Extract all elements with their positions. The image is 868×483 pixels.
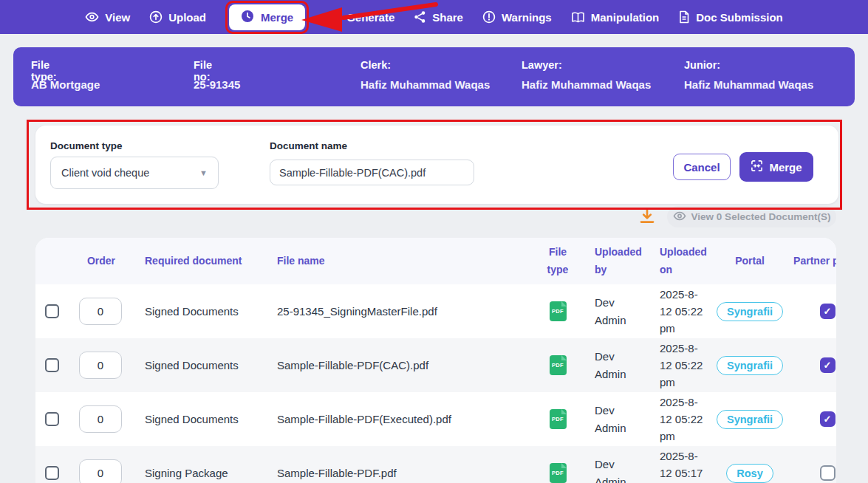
row-select-checkbox[interactable]: [45, 304, 59, 318]
pdf-file-icon: PDF: [550, 355, 567, 375]
top-navbar: View Upload Merge Generate Share Warning…: [0, 0, 868, 34]
merge-button-label: Merge: [769, 161, 802, 174]
upload-icon: [149, 10, 163, 24]
document-type-label: Document type: [50, 140, 123, 151]
uploaded-by-cell: Dev Admin: [595, 348, 640, 383]
required-document-cell: Signed Documents: [134, 305, 267, 318]
required-document-cell: Signed Documents: [134, 413, 267, 425]
info-label: Clerk:: [360, 59, 391, 71]
required-document-cell: Signed Documents: [134, 359, 267, 371]
file-name-cell: Sample-Fillable-PDF.pdf: [267, 467, 539, 479]
info-value: 25-91345: [194, 78, 240, 91]
generate-icon: [328, 11, 341, 24]
file-name-cell: Sample-Fillable-PDF(CAC).pdf: [267, 359, 539, 371]
file-info-bar: File type: AB Mortgage File no: 25-91345…: [13, 47, 855, 106]
pdf-file-icon: PDF: [550, 301, 567, 321]
table-header-row: Order Required document File name File t…: [35, 238, 836, 284]
file-name-cell: 25-91345_SigningMasterFile.pdf: [267, 305, 539, 318]
eye-icon: [673, 210, 686, 224]
header-uploaded-by: Uploaded by: [576, 244, 646, 279]
uploaded-by-cell: Dev Admin: [595, 294, 640, 329]
nav-item-share[interactable]: Share: [414, 10, 463, 24]
book-icon: [571, 11, 585, 24]
nav-item-doc-submission[interactable]: Doc Submission: [678, 10, 783, 24]
nav-item-label: Doc Submission: [696, 11, 783, 24]
info-value: Hafiz Muhammad Waqas: [684, 78, 813, 91]
nav-item-label: Merge: [261, 11, 293, 24]
document-name-input[interactable]: Sample-Fillable-PDF(CAC).pdf: [270, 160, 474, 185]
file-name-cell: Sample-Fillable-PDF(Executed).pdf: [267, 413, 539, 425]
nav-item-generate[interactable]: Generate: [328, 11, 394, 24]
header-required-document: Required document: [134, 253, 267, 270]
info-value: Hafiz Muhammad Waqas: [522, 78, 651, 91]
header-uploaded-on: Uploaded on: [646, 244, 713, 279]
table-row: Signed Documents Sample-Fillable-PDF(Exe…: [35, 392, 836, 446]
document-name-value: Sample-Fillable-PDF(CAC).pdf: [279, 167, 426, 179]
merge-form: Document type Client void cheque ▼ Docum…: [35, 126, 838, 204]
nav-item-merge[interactable]: Merge: [229, 4, 305, 30]
document-type-value: Client void cheque: [61, 167, 149, 179]
documents-table: Order Required document File name File t…: [35, 238, 836, 483]
nav-item-label: Manipulation: [591, 11, 660, 24]
nav-item-upload[interactable]: Upload: [149, 10, 206, 24]
uploaded-on-cell: 2025-8-12 05:22 pm: [660, 286, 707, 338]
chevron-down-icon: ▼: [199, 168, 208, 177]
order-input[interactable]: [79, 405, 122, 433]
order-input[interactable]: [79, 459, 122, 483]
nav-item-label: Upload: [168, 11, 206, 24]
nav-item-label: Warnings: [502, 11, 552, 24]
order-input[interactable]: [79, 298, 122, 325]
nav-item-warnings[interactable]: Warnings: [482, 10, 552, 24]
clock-icon: [241, 10, 254, 25]
uploaded-by-cell: Dev Admin: [595, 402, 640, 436]
table-row: Signed Documents 25-91345_SigningMasterF…: [35, 284, 836, 338]
uploaded-on-cell: 2025-8-12 05:22 pm: [660, 394, 707, 445]
header-portal: Portal: [713, 253, 787, 270]
merge-annotation-box: Merge: [225, 1, 309, 34]
merge-icon: [751, 160, 763, 174]
partner-portal-checkbox[interactable]: [820, 304, 835, 319]
doc-icon: [678, 10, 690, 24]
cancel-button[interactable]: Cancel: [673, 154, 731, 180]
portal-badge[interactable]: Rosy: [726, 464, 773, 483]
uploaded-on-cell: 2025-8-12 05:17 pm: [660, 448, 707, 483]
order-input[interactable]: [79, 352, 122, 379]
nav-item-label: Share: [432, 11, 463, 24]
document-type-select[interactable]: Client void cheque ▼: [50, 157, 219, 189]
share-icon: [414, 10, 426, 24]
partner-portal-checkbox[interactable]: [820, 465, 835, 481]
document-name-label: Document name: [270, 140, 347, 151]
header-file-type: File type: [539, 244, 576, 279]
download-icon[interactable]: [638, 208, 657, 227]
info-label: Junior:: [684, 59, 720, 71]
required-document-cell: Signing Package: [134, 467, 267, 479]
row-select-checkbox[interactable]: [45, 466, 59, 480]
info-value: AB Mortgage: [31, 78, 100, 91]
merge-button[interactable]: Merge: [739, 152, 813, 182]
page: View Upload Merge Generate Share Warning…: [0, 0, 868, 483]
info-value: Hafiz Muhammad Waqas: [360, 78, 490, 91]
uploaded-on-cell: 2025-8-12 05:22 pm: [660, 340, 707, 391]
nav-item-label: View: [105, 11, 130, 24]
view-selected-label: View 0 Selected Document(S): [691, 211, 831, 222]
nav-item-view[interactable]: View: [85, 11, 130, 24]
partner-portal-checkbox[interactable]: [820, 411, 835, 427]
portal-badge[interactable]: Syngrafii: [717, 302, 783, 321]
eye-icon: [85, 11, 99, 23]
view-selected-documents-button[interactable]: View 0 Selected Document(S): [667, 206, 836, 227]
pdf-file-icon: PDF: [550, 409, 567, 429]
portal-badge[interactable]: Syngrafii: [717, 356, 783, 375]
partner-portal-checkbox[interactable]: [820, 357, 835, 373]
header-order: Order: [68, 253, 134, 270]
table-row: Signing Package Sample-Fillable-PDF.pdf …: [35, 446, 836, 483]
info-label: Lawyer:: [522, 59, 562, 71]
table-row: Signed Documents Sample-Fillable-PDF(CAC…: [35, 338, 836, 392]
nav-item-label: Generate: [346, 11, 394, 24]
warning-icon: [482, 10, 496, 24]
header-file-name: File name: [267, 253, 539, 270]
pdf-file-icon: PDF: [550, 463, 567, 483]
portal-badge[interactable]: Syngrafii: [717, 410, 783, 429]
row-select-checkbox[interactable]: [45, 358, 59, 372]
row-select-checkbox[interactable]: [45, 412, 59, 426]
nav-item-manipulation[interactable]: Manipulation: [571, 11, 660, 24]
